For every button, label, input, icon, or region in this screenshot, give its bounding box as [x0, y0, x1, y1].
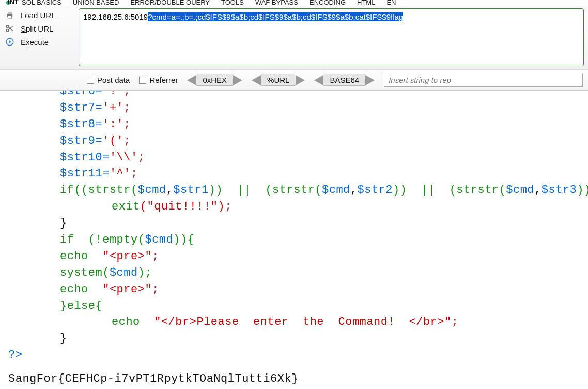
options-row: Post data Referrer 0xHEX %URL BASE64	[0, 69, 588, 90]
url-textarea[interactable]: 192.168.25.6:5019?cmd=a=.;b=.;cd$IFS$9$a…	[79, 8, 584, 66]
base64-label: BASE64	[323, 74, 365, 86]
execute-label: Execute	[21, 38, 49, 47]
checkbox-icon	[87, 77, 94, 84]
flag-output: SangFor{CEFHCp-i7vPT1RpytkTOaNqlTutti6Xk…	[8, 364, 584, 387]
tab-waf[interactable]: WAF BYPASS	[255, 0, 298, 5]
post-data-label: Post data	[97, 76, 130, 84]
url-host-part: 192.168.25.6:5019	[83, 12, 148, 21]
panel-body: Load URL Split URL Execute 192.168.25.6:…	[0, 5, 588, 69]
hex-label: 0xHEX	[196, 74, 233, 86]
load-url-button[interactable]: Load URL	[5, 10, 74, 20]
int-fragment: INT	[1, 0, 19, 4]
printer-icon	[5, 10, 14, 20]
scissors-icon	[5, 24, 14, 33]
page-content: $str6='!'; $str7='+'; $str8=':'; $str9='…	[0, 83, 588, 387]
checkbox-icon	[139, 77, 146, 84]
split-url-label: Split URL	[21, 24, 53, 33]
arrow-left-icon	[314, 75, 323, 85]
referrer-checkbox[interactable]: Referrer	[139, 76, 178, 84]
hackbar-panel: INT SQL BASICS UNION BASED ERROR/DOUBLE …	[0, 0, 588, 91]
arrow-right-icon	[365, 75, 375, 85]
url-selected-part: ?cmd=a=.;b=.;cd$IFS$9$a$b;cd$IFS$9$a$b;c…	[148, 12, 403, 21]
url-encode-button[interactable]: %URL	[252, 74, 305, 86]
arrow-left-icon	[187, 75, 196, 85]
arrow-right-icon	[233, 75, 242, 85]
play-icon	[5, 37, 14, 47]
svg-rect-2	[8, 16, 12, 19]
url-area-wrap: 192.168.25.6:5019?cmd=a=.;b=.;cd$IFS$9$a…	[79, 8, 584, 66]
hex-button[interactable]: 0xHEX	[187, 74, 242, 86]
base64-button[interactable]: BASE64	[314, 74, 375, 86]
tab-error[interactable]: ERROR/DOUBLE QUERY	[130, 0, 210, 5]
post-data-checkbox[interactable]: Post data	[87, 76, 130, 84]
load-url-label: Load URL	[21, 11, 56, 20]
tab-sql[interactable]: SQL BASICS	[22, 0, 61, 5]
referrer-label: Referrer	[149, 76, 178, 84]
arrow-left-icon	[252, 75, 261, 85]
insert-string-input[interactable]	[384, 73, 583, 87]
tab-html[interactable]: HTML	[357, 0, 375, 5]
side-actions: Load URL Split URL Execute	[2, 8, 74, 47]
top-tabs-row: INT SQL BASICS UNION BASED ERROR/DOUBLE …	[0, 0, 588, 5]
tab-union[interactable]: UNION BASED	[73, 0, 119, 5]
tab-tools[interactable]: TOOLS	[221, 0, 244, 5]
tab-en[interactable]: EN	[386, 0, 396, 5]
split-url-button[interactable]: Split URL	[5, 24, 74, 33]
url-encode-label: %URL	[261, 74, 296, 86]
arrow-right-icon	[296, 75, 305, 85]
tab-encoding[interactable]: ENCODING	[310, 0, 346, 5]
execute-button[interactable]: Execute	[5, 37, 74, 47]
svg-rect-1	[8, 12, 12, 14]
svg-marker-8	[9, 40, 12, 43]
